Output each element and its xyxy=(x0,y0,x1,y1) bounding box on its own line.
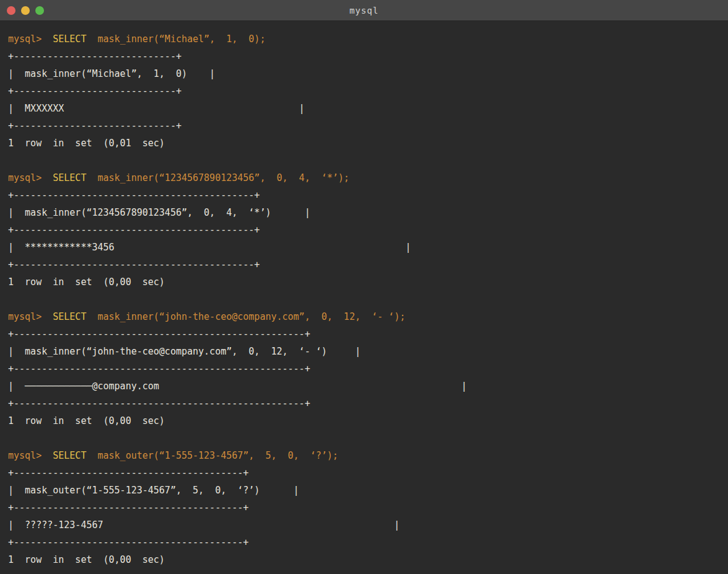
table-header-row: | mask_outer(“1-555-123-4567”, 5, 0, ‘?’… xyxy=(8,482,728,499)
mysql-prompt: mysql> xyxy=(8,311,42,322)
titlebar[interactable]: mysql xyxy=(0,0,728,21)
query-line: mysql> SELECT mask_inner(“Michael”, 1, 0… xyxy=(8,30,728,48)
table-header-row: | mask_inner(“1234567890123456”, 0, 4, ‘… xyxy=(8,204,728,221)
window-title: mysql xyxy=(349,6,379,15)
query-line: mysql> SELECT mask_outer(“1-555-123-4567… xyxy=(8,447,728,464)
table-border: +---------------------------------------… xyxy=(8,221,728,239)
table-value-row: | MXXXXXX | xyxy=(8,100,728,117)
traffic-lights xyxy=(7,0,44,20)
mysql-prompt: mysql> xyxy=(8,450,42,461)
status-line: 1 row in set (0,00 sec) xyxy=(8,551,728,568)
query-line: mysql> SELECT mask_inner(“12345678901234… xyxy=(8,169,728,187)
query-expression: mask_inner(“1234567890123456”, 0, 4, ‘*’… xyxy=(86,172,349,183)
table-border: +---------------------------------------… xyxy=(8,256,728,273)
query-block-4: mysql> SELECT mask_outer(“1-555-123-4567… xyxy=(8,447,728,568)
terminal-content[interactable]: mysql> SELECT mask_inner(“Michael”, 1, 0… xyxy=(0,21,728,574)
zoom-button[interactable] xyxy=(35,6,44,15)
terminal-window: mysql mysql> SELECT mask_inner(“Michael”… xyxy=(0,0,728,574)
query-expression: mask_outer(“1-555-123-4567”, 5, 0, ‘?’); xyxy=(86,450,338,461)
table-border: +---------------------------------------… xyxy=(8,187,728,204)
select-keyword: SELECT xyxy=(42,450,86,461)
table-border: +-----------------------------+ xyxy=(8,117,728,135)
query-expression: mask_inner(“john-the-ceo@company.com”, 0… xyxy=(86,311,405,322)
table-border: +---------------------------------------… xyxy=(8,464,728,482)
status-line: 1 row in set (0,01 sec) xyxy=(8,135,728,152)
table-header-row: | mask_inner(“john-the-ceo@company.com”,… xyxy=(8,343,728,360)
table-border: +---------------------------------------… xyxy=(8,499,728,516)
table-border: +-----------------------------+ xyxy=(8,82,728,100)
status-line: 1 row in set (0,00 sec) xyxy=(8,273,728,291)
table-border: +-----------------------------+ xyxy=(8,48,728,65)
table-border: +---------------------------------------… xyxy=(8,325,728,343)
query-block-2: mysql> SELECT mask_inner(“12345678901234… xyxy=(8,169,728,291)
query-line: mysql> SELECT mask_inner(“john-the-ceo@c… xyxy=(8,308,728,325)
table-border: +---------------------------------------… xyxy=(8,534,728,551)
table-header-row: | mask_inner(“Michael”, 1, 0) | xyxy=(8,65,728,82)
query-expression: mask_inner(“Michael”, 1, 0); xyxy=(86,33,265,45)
table-value-row: | ?????-123-4567 | xyxy=(8,516,728,534)
mysql-prompt: mysql> xyxy=(8,172,42,183)
table-border: +---------------------------------------… xyxy=(8,360,728,378)
mysql-prompt: mysql> xyxy=(8,33,42,45)
select-keyword: SELECT xyxy=(42,33,86,45)
status-line: 1 row in set (0,00 sec) xyxy=(8,412,728,430)
select-keyword: SELECT xyxy=(42,172,86,183)
query-block-3: mysql> SELECT mask_inner(“john-the-ceo@c… xyxy=(8,308,728,430)
table-value-row: | ************3456 | xyxy=(8,239,728,256)
minimize-button[interactable] xyxy=(21,6,30,15)
table-value-row: | ────────────@company.com | xyxy=(8,378,728,395)
select-keyword: SELECT xyxy=(42,311,86,322)
query-block-1: mysql> SELECT mask_inner(“Michael”, 1, 0… xyxy=(8,30,728,152)
close-button[interactable] xyxy=(7,6,15,15)
table-border: +---------------------------------------… xyxy=(8,395,728,412)
